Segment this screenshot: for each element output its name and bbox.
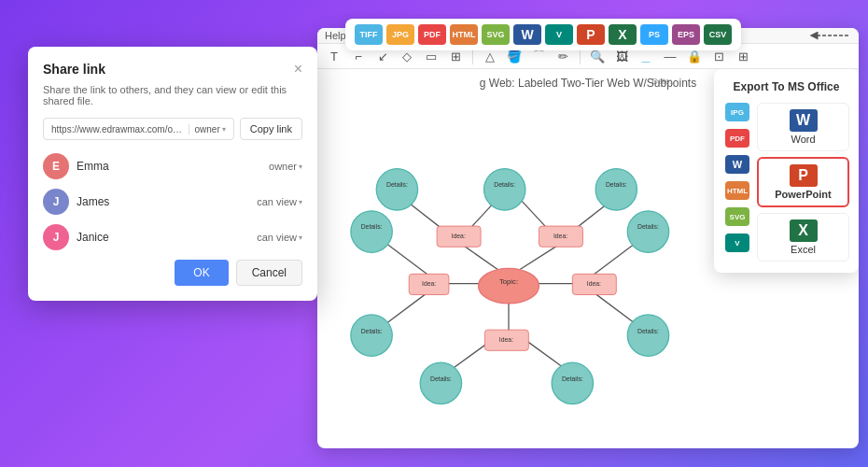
modal-close-button[interactable]: × bbox=[294, 62, 302, 77]
modal-description: Share the link to others, and they can v… bbox=[43, 84, 302, 106]
user-role-janice[interactable]: can view ▾ bbox=[257, 232, 302, 243]
svg-point-34 bbox=[351, 211, 392, 252]
modal-actions: OK Cancel bbox=[43, 260, 302, 286]
left-icon-svg[interactable]: SVG bbox=[725, 207, 749, 226]
format-word[interactable]: W bbox=[513, 24, 541, 45]
link-url-text: https://www.edrawmax.com/online/fil bbox=[51, 124, 185, 134]
svg-point-38 bbox=[627, 211, 668, 252]
user-row-janice: J Janice can view ▾ bbox=[43, 224, 302, 250]
svg-point-15 bbox=[479, 268, 539, 304]
cancel-button[interactable]: Cancel bbox=[236, 260, 302, 286]
format-visio[interactable]: V bbox=[545, 24, 573, 45]
svg-text:Details:: Details: bbox=[494, 181, 515, 188]
svg-point-29 bbox=[484, 169, 525, 210]
export-powerpoint-item[interactable]: P PowerPoint bbox=[757, 157, 849, 207]
svg-text:Idea:: Idea: bbox=[553, 233, 567, 239]
format-csv[interactable]: CSV bbox=[704, 24, 732, 45]
svg-text:Details:: Details: bbox=[361, 224, 383, 231]
export-panel: Export To MS Office IPG PDF W HTML SVG V… bbox=[714, 69, 859, 273]
svg-point-32 bbox=[595, 169, 637, 210]
svg-line-6 bbox=[381, 291, 428, 327]
format-eps[interactable]: EPS bbox=[672, 24, 700, 45]
format-bar: TIFF JPG PDF HTML SVG W V P X PS EPS CSV bbox=[345, 19, 741, 50]
format-pdf[interactable]: PDF bbox=[418, 24, 446, 45]
export-excel-item[interactable]: X Excel bbox=[757, 213, 849, 262]
share-link-modal: Share link × Share the link to others, a… bbox=[28, 47, 317, 301]
web-diagram-svg: Topic: Idea: Idea: Idea: Idea: Idea: bbox=[317, 97, 700, 438]
main-canvas: Help T ⌐ ↙ ◇ ▭ ⊞ △ 🪣 ⌒ ✏ 🔍 🖼 _ — 🔒 ⊡ ⊞ D… bbox=[317, 28, 859, 448]
format-jpg[interactable]: JPG bbox=[386, 24, 414, 45]
excel-label: Excel bbox=[791, 244, 816, 255]
word-label: Word bbox=[791, 134, 815, 145]
svg-text:Details:: Details: bbox=[606, 181, 627, 188]
svg-text:Details:: Details: bbox=[361, 328, 383, 334]
format-ps[interactable]: PS bbox=[640, 24, 668, 45]
svg-line-5 bbox=[381, 240, 428, 276]
format-tiff[interactable]: TIFF bbox=[355, 24, 383, 45]
tool-text[interactable]: T bbox=[325, 47, 343, 65]
user-role-emma[interactable]: owner ▾ bbox=[269, 161, 302, 172]
link-input-field[interactable]: https://www.edrawmax.com/online/fil owne… bbox=[43, 118, 234, 140]
avatar-james: J bbox=[43, 189, 69, 215]
format-excel[interactable]: X bbox=[609, 24, 637, 45]
link-row: https://www.edrawmax.com/online/fil owne… bbox=[43, 118, 302, 140]
avatar-janice: J bbox=[43, 224, 69, 250]
user-role-james[interactable]: can view ▾ bbox=[257, 196, 302, 207]
canvas-content: Date: g Web: Labeled Two-Tier Web W/Subp… bbox=[317, 69, 859, 438]
format-svg[interactable]: SVG bbox=[482, 24, 510, 45]
svg-text:Details:: Details: bbox=[430, 375, 452, 382]
left-icon-tiff[interactable]: IPG bbox=[725, 103, 749, 121]
svg-text:Idea:: Idea: bbox=[452, 233, 466, 239]
powerpoint-label: PowerPoint bbox=[775, 189, 832, 200]
export-word-item[interactable]: W Word bbox=[757, 103, 849, 151]
svg-line-4 bbox=[517, 244, 561, 272]
left-icon-pdf[interactable]: PDF bbox=[725, 129, 749, 148]
user-row-james: J James can view ▾ bbox=[43, 189, 302, 215]
svg-text:Idea:: Idea: bbox=[499, 336, 513, 343]
svg-text:Idea:: Idea: bbox=[422, 280, 436, 287]
format-html[interactable]: HTML bbox=[450, 24, 478, 45]
left-icon-html[interactable]: HTML bbox=[725, 181, 749, 200]
svg-point-36 bbox=[351, 315, 392, 356]
modal-title: Share link bbox=[43, 62, 105, 77]
svg-text:Details:: Details: bbox=[637, 328, 659, 334]
arrow-indicator bbox=[806, 26, 853, 49]
svg-point-44 bbox=[552, 362, 593, 403]
export-panel-title: Export To MS Office bbox=[723, 80, 849, 93]
svg-line-3 bbox=[461, 244, 501, 272]
link-role-text: owner ▾ bbox=[189, 124, 226, 134]
powerpoint-icon: P bbox=[790, 164, 818, 187]
copy-link-button[interactable]: Copy link bbox=[240, 118, 302, 140]
svg-point-42 bbox=[420, 362, 461, 403]
svg-text:Details:: Details: bbox=[637, 224, 659, 231]
svg-text:Topic:: Topic: bbox=[499, 277, 518, 286]
user-name-emma: Emma bbox=[77, 160, 261, 173]
svg-point-40 bbox=[627, 315, 668, 356]
ok-button[interactable]: OK bbox=[175, 260, 228, 286]
left-icon-word[interactable]: W bbox=[725, 155, 749, 174]
diagram-title: g Web: Labeled Two-Tier Web W/Subpoints bbox=[480, 77, 696, 90]
user-row-emma: E Emma owner ▾ bbox=[43, 153, 302, 179]
left-icon-v[interactable]: V bbox=[725, 234, 749, 252]
avatar-emma: E bbox=[43, 153, 69, 179]
format-ppt[interactable]: P bbox=[577, 24, 605, 45]
svg-text:Idea:: Idea: bbox=[587, 280, 601, 287]
diagram-area: Topic: Idea: Idea: Idea: Idea: Idea: bbox=[317, 97, 700, 438]
word-icon: W bbox=[790, 109, 818, 132]
user-name-janice: Janice bbox=[77, 231, 249, 244]
modal-header: Share link × bbox=[43, 62, 302, 77]
help-label[interactable]: Help bbox=[325, 30, 346, 41]
svg-text:Details:: Details: bbox=[386, 181, 408, 188]
svg-point-27 bbox=[376, 169, 417, 210]
svg-text:Details:: Details: bbox=[562, 375, 583, 382]
user-name-james: James bbox=[77, 195, 249, 208]
excel-icon: X bbox=[790, 219, 818, 242]
